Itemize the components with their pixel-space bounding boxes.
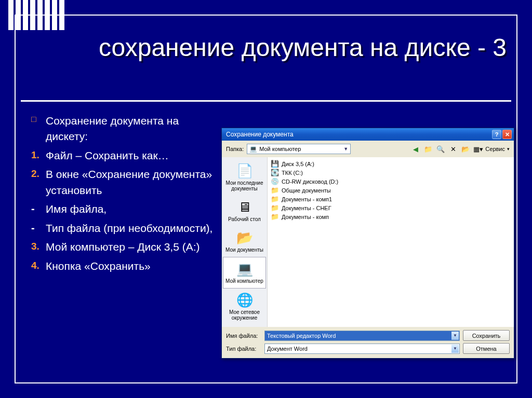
place-icon: 📄 <box>236 162 253 179</box>
filetype-select[interactable]: Документ Word ▼ <box>264 344 460 354</box>
file-icon: 💿 <box>271 177 279 186</box>
cancel-button[interactable]: Отмена <box>463 343 510 354</box>
bullet-item: 3.Мой компьютер – Диск 3,5 (А:) <box>31 239 216 255</box>
bullet-item: □Сохранение документа на дискету: <box>31 113 216 145</box>
bullet-marker: 1. <box>31 148 46 162</box>
bullet-list: □Сохранение документа на дискету:1.Файл … <box>31 113 216 277</box>
file-item[interactable]: 📁Общие документы <box>271 186 511 195</box>
sidebar-place-item[interactable]: 🖥Рабочий стол <box>222 196 267 226</box>
place-label: Мои последние документы <box>223 180 266 191</box>
bullet-text: Кнопка «Сохранить» <box>46 258 216 274</box>
bullet-item: 2.В окне «Сохранение документа» установи… <box>31 167 216 198</box>
computer-icon: 💻 <box>249 145 257 153</box>
back-button[interactable]: ◀ <box>410 144 421 154</box>
file-item[interactable]: 💽ТКК (C:) <box>271 168 511 177</box>
place-icon: 💻 <box>236 260 253 277</box>
chevron-down-icon[interactable]: ▼ <box>451 345 459 353</box>
file-icon: 💾 <box>271 160 279 168</box>
file-name: Общие документы <box>282 187 331 194</box>
file-icon: 📁 <box>271 186 279 195</box>
place-icon: 🌐 <box>236 292 253 308</box>
bullet-text: В окне «Сохранение документа» установить <box>46 167 216 198</box>
file-name: Документы - комп1 <box>282 196 332 202</box>
filename-input[interactable]: Текстовый редактор Word ▼ <box>264 331 460 341</box>
file-item[interactable]: 📁Документы - комп <box>271 212 511 221</box>
bullet-text: Имя файла, <box>46 201 216 217</box>
places-sidebar: 📄Мои последние документы🖥Рабочий стол📂Мо… <box>222 157 268 327</box>
file-icon: 📁 <box>271 213 279 221</box>
save-button[interactable]: Сохранить <box>463 330 510 341</box>
dialog-title: Сохранение документа <box>226 131 294 138</box>
folder-value: Мой компьютер <box>259 146 301 152</box>
bullet-marker: 4. <box>31 258 46 273</box>
sidebar-place-item[interactable]: 📂Мои документы <box>222 226 267 257</box>
place-label: Мое сетевое окружение <box>223 309 266 321</box>
bullet-item: 1.Файл – Сохранить как… <box>31 148 216 163</box>
place-icon: 📂 <box>236 229 253 246</box>
bullet-text: Тип файла (при необходимости), <box>46 221 216 236</box>
folder-label: Папка: <box>226 146 244 152</box>
file-name: CD-RW дисковод (D:) <box>282 179 338 185</box>
delete-button[interactable]: ✕ <box>448 144 458 154</box>
help-button[interactable]: ? <box>492 130 501 139</box>
service-menu[interactable]: Сервис <box>485 146 505 152</box>
file-item[interactable]: 📁Документы - СНЕГ <box>271 203 511 212</box>
sidebar-place-item[interactable]: 📄Мои последние документы <box>222 159 267 196</box>
file-item[interactable]: 📁Документы - комп1 <box>271 195 511 203</box>
filetype-label: Тип файла: <box>226 346 261 352</box>
folder-dropdown[interactable]: 💻 Мой компьютер ▼ <box>247 144 351 154</box>
file-name: ТКК (C:) <box>282 170 303 176</box>
chevron-down-icon: ▾ <box>507 146 510 152</box>
slide-title: сохранение документа на диске - 3 <box>99 33 511 62</box>
place-icon: 🖥 <box>236 199 253 215</box>
file-name: Документы - комп <box>282 214 329 220</box>
bullet-text: Мой компьютер – Диск 3,5 (А:) <box>46 239 216 255</box>
sidebar-place-item[interactable]: 🌐Мое сетевое окружение <box>222 289 267 325</box>
new-folder-button[interactable]: 📂 <box>460 144 471 154</box>
save-dialog: Сохранение документа ? ✕ Папка: 💻 Мой ко… <box>221 128 514 359</box>
bullet-marker: 3. <box>31 239 46 254</box>
file-icon: 💽 <box>271 169 279 177</box>
bullet-marker: □ <box>31 113 46 125</box>
dialog-bottom: Имя файла: Текстовый редактор Word ▼ Сох… <box>222 327 514 358</box>
file-item[interactable]: 💾Диск 3,5 (A:) <box>271 159 511 168</box>
bullet-marker: - <box>31 221 46 236</box>
file-icon: 📁 <box>271 204 279 212</box>
sidebar-place-item[interactable]: 💻Мой компьютер <box>223 257 266 289</box>
file-name: Диск 3,5 (A:) <box>282 161 314 167</box>
chevron-down-icon: ▼ <box>343 146 348 152</box>
bullet-text: Файл – Сохранить как… <box>46 148 216 163</box>
bullet-item: 4.Кнопка «Сохранить» <box>31 258 216 274</box>
views-button[interactable]: ▦▾ <box>473 144 483 154</box>
file-icon: 📁 <box>271 195 279 203</box>
title-underline <box>21 100 511 102</box>
file-list[interactable]: 💾Диск 3,5 (A:)💽ТКК (C:)💿CD-RW дисковод (… <box>268 157 514 327</box>
bullet-item: -Тип файла (при необходимости), <box>31 221 216 236</box>
bullet-item: -Имя файла, <box>31 201 216 217</box>
dialog-toolbar: Папка: 💻 Мой компьютер ▼ ◀ 📁 🔍 ✕ 📂 ▦▾ Се… <box>222 141 514 157</box>
bullet-marker: - <box>31 201 46 216</box>
place-label: Мои документы <box>223 247 266 253</box>
close-button[interactable]: ✕ <box>502 130 512 139</box>
search-icon[interactable]: 🔍 <box>435 144 446 154</box>
up-button[interactable]: 📁 <box>423 144 433 154</box>
bullet-marker: 2. <box>31 167 46 181</box>
file-item[interactable]: 💿CD-RW дисковод (D:) <box>271 177 511 186</box>
chevron-down-icon[interactable]: ▼ <box>451 332 459 340</box>
file-name: Документы - СНЕГ <box>282 205 331 211</box>
place-label: Рабочий стол <box>223 216 266 222</box>
filename-label: Имя файла: <box>226 333 261 339</box>
bullet-text: Сохранение документа на дискету: <box>46 113 216 145</box>
place-label: Мой компьютер <box>224 278 264 284</box>
dialog-titlebar[interactable]: Сохранение документа ? ✕ <box>222 128 514 141</box>
